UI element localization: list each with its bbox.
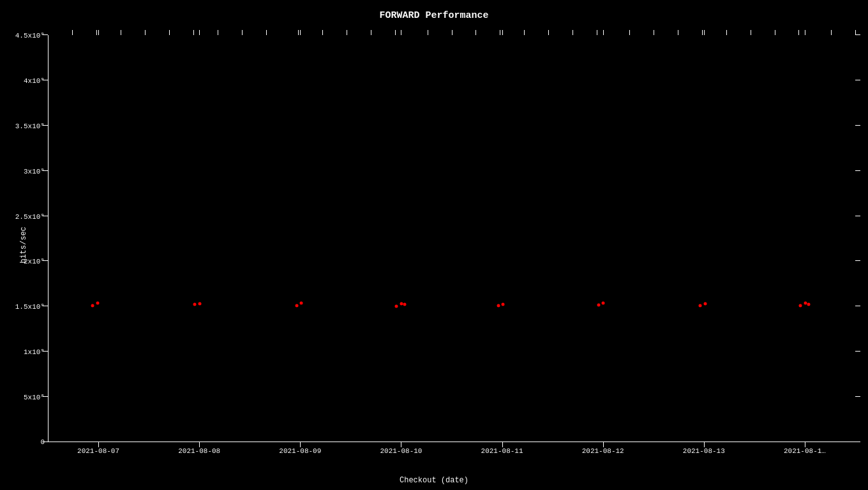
x-tick-mark-top [300,30,301,35]
y-tick-mark-left [43,216,48,216]
x-tick-mark-top-small [475,30,476,35]
y-tick-label: 3.5x10⁹ [15,121,45,130]
x-tick-label: 2021-08-11 [481,447,523,455]
x-tick-mark-top-small [266,30,267,35]
x-tick-mark [401,442,401,447]
y-tick-mark-right [855,170,860,171]
x-tick-mark-top [98,30,99,35]
x-tick-mark-top-small [597,30,597,35]
y-tick-label: 3x10⁹ [24,167,45,175]
x-tick-mark-top-small [452,30,453,35]
chart-container: FORWARD Performance bits/sec Checkout (d… [0,0,868,490]
x-tick-mark-top-small [72,30,73,35]
x-tick-label: 2021-08-09 [279,447,321,455]
x-tick-mark-top-small [702,30,703,35]
chart-title: FORWARD Performance [379,10,488,21]
x-tick-label: 2021-08-08 [178,447,220,455]
x-tick-mark-top [805,30,805,35]
x-tick-mark-top-small [855,30,856,35]
y-tick-mark-right [855,442,860,442]
data-point [807,303,810,306]
x-tick-mark-top-small [775,30,775,35]
x-tick-label: 2021-08-10 [380,447,422,455]
y-tick-mark-left [43,34,48,35]
y-tick-mark-left [43,396,48,397]
x-tick-mark-top-small [524,30,525,35]
data-point [300,302,303,305]
plot-area: 05x10⁸1x10⁹1.5x10⁹2x10⁹2.5x10⁹3x10⁹3.5x1… [48,35,855,442]
data-point [502,302,505,306]
y-tick-mark-left [43,170,48,171]
data-point [497,304,500,307]
x-tick-mark [502,442,503,447]
data-point [602,302,605,305]
x-tick-mark-top-small [654,30,654,35]
x-tick-mark-top-small [218,30,218,35]
x-tick-mark-top [704,30,705,35]
data-point [395,304,398,308]
x-tick-label: 2021-08-12 [582,447,624,455]
y-tick-mark-left [43,442,48,442]
y-tick-label: 4x10⁹ [24,76,45,84]
y-tick-mark-right [855,80,860,80]
x-tick-mark-top-small [347,30,347,35]
data-point [96,301,100,304]
x-tick-mark-top-small [751,30,751,35]
x-tick-mark-top-small [572,30,573,35]
data-point [295,304,298,307]
x-tick-mark-top-small [145,30,146,35]
x-tick-mark-top-small [371,30,371,35]
x-tick-mark [300,442,301,447]
data-point [198,302,201,306]
x-tick-mark-top-small [548,30,549,35]
y-tick-label: 1x10⁹ [24,348,45,356]
x-tick-mark-top-small [242,30,243,35]
y-tick-mark-left [43,306,48,306]
y-tick-mark-left [43,125,48,126]
data-point [798,304,802,307]
x-tick-mark [603,442,604,447]
x-tick-mark-top-small [726,30,727,35]
y-tick-label: 0 [40,438,45,446]
x-tick-mark-top-small [629,30,630,35]
x-tick-mark-top-small [500,30,500,35]
x-tick-mark [805,442,805,447]
data-point [703,302,707,306]
x-tick-mark-top [502,30,503,35]
data-point [91,304,94,308]
x-tick-mark-top-small [322,30,323,35]
y-tick-label: 4.5x10⁹ [15,31,45,40]
x-tick-label: 2021-08-1… [784,447,826,455]
y-tick-mark-right [855,216,860,216]
y-tick-mark-right [855,306,860,306]
y-tick-label: 1.5x10⁹ [15,302,45,311]
x-tick-mark [704,442,705,447]
y-tick-mark-left [43,260,48,261]
x-tick-mark-top-small [193,30,194,35]
data-point [403,303,407,306]
y-tick-mark-right [855,396,860,397]
x-tick-mark [98,442,99,447]
x-tick-mark-top-small [96,30,97,35]
x-tick-mark-top-small [395,30,396,35]
y-tick-mark-right [855,125,860,126]
y-tick-label: 2x10⁹ [24,257,45,265]
x-tick-mark [199,442,200,447]
y-tick-label: 2.5x10⁹ [15,212,45,220]
y-tick-mark-left [43,351,48,352]
y-tick-mark-right [855,34,860,35]
axis-left [48,35,49,442]
x-tick-mark-top-small [678,30,678,35]
x-tick-mark-top [401,30,401,35]
x-tick-mark-top-small [121,30,121,35]
x-tick-mark-top-small [298,30,299,35]
x-tick-label: 2021-08-07 [77,447,119,455]
x-tick-mark-top-small [831,30,832,35]
x-axis-label: Checkout (date) [400,476,468,485]
data-point [193,303,197,306]
x-tick-mark-top-small [169,30,170,35]
y-tick-mark-left [43,80,48,80]
y-tick-label: 5x10⁸ [24,393,45,401]
axis-bottom [48,442,855,442]
data-point [597,304,600,307]
